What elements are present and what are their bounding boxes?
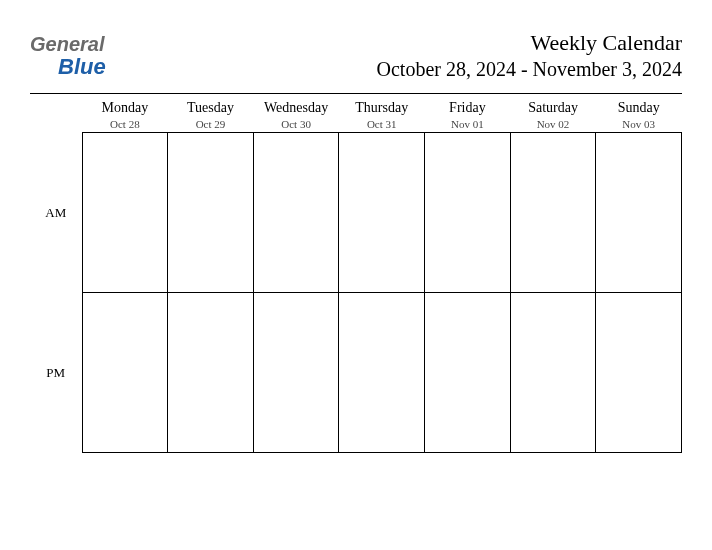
calendar-cell [339, 133, 425, 293]
calendar-cell [339, 293, 425, 453]
calendar-cell [596, 133, 682, 293]
day-date: Nov 03 [596, 118, 682, 130]
calendar-row-am: AM [30, 133, 682, 293]
day-name: Wednesday [253, 100, 339, 116]
page-title: Weekly Calendar [377, 30, 683, 56]
logo: General Blue [30, 30, 106, 78]
logo-text-general: General [30, 33, 104, 55]
calendar-cell [168, 293, 254, 453]
day-date: Oct 31 [339, 118, 425, 130]
title-block: Weekly Calendar October 28, 2024 - Novem… [377, 30, 683, 81]
day-header: Friday Nov 01 [425, 94, 511, 133]
calendar-cell [596, 293, 682, 453]
header: General Blue Weekly Calendar October 28,… [30, 30, 682, 81]
calendar-row-pm: PM [30, 293, 682, 453]
calendar-cell [510, 133, 596, 293]
day-header: Sunday Nov 03 [596, 94, 682, 133]
day-date: Nov 01 [425, 118, 511, 130]
logo-text-blue: Blue [58, 55, 106, 78]
day-name: Saturday [510, 100, 596, 116]
calendar-cell [253, 293, 339, 453]
calendar-header-row: Monday Oct 28 Tuesday Oct 29 Wednesday O… [30, 94, 682, 133]
row-label-pm: PM [30, 293, 82, 453]
date-range: October 28, 2024 - November 3, 2024 [377, 58, 683, 81]
day-name: Friday [425, 100, 511, 116]
day-date: Oct 30 [253, 118, 339, 130]
day-header: Thursday Oct 31 [339, 94, 425, 133]
day-name: Sunday [596, 100, 682, 116]
day-header: Wednesday Oct 30 [253, 94, 339, 133]
calendar-cell [510, 293, 596, 453]
day-date: Oct 29 [168, 118, 254, 130]
day-date: Oct 28 [82, 118, 168, 130]
calendar-cell [168, 133, 254, 293]
row-label-am: AM [30, 133, 82, 293]
header-spacer [30, 94, 82, 133]
day-name: Monday [82, 100, 168, 116]
day-header: Tuesday Oct 29 [168, 94, 254, 133]
calendar-cell [253, 133, 339, 293]
day-date: Nov 02 [510, 118, 596, 130]
day-header: Monday Oct 28 [82, 94, 168, 133]
calendar-cell [82, 133, 168, 293]
calendar-table: Monday Oct 28 Tuesday Oct 29 Wednesday O… [30, 93, 682, 453]
day-header: Saturday Nov 02 [510, 94, 596, 133]
calendar-cell [425, 293, 511, 453]
calendar-cell [425, 133, 511, 293]
calendar-cell [82, 293, 168, 453]
day-name: Thursday [339, 100, 425, 116]
day-name: Tuesday [168, 100, 254, 116]
calendar: Monday Oct 28 Tuesday Oct 29 Wednesday O… [30, 93, 682, 453]
